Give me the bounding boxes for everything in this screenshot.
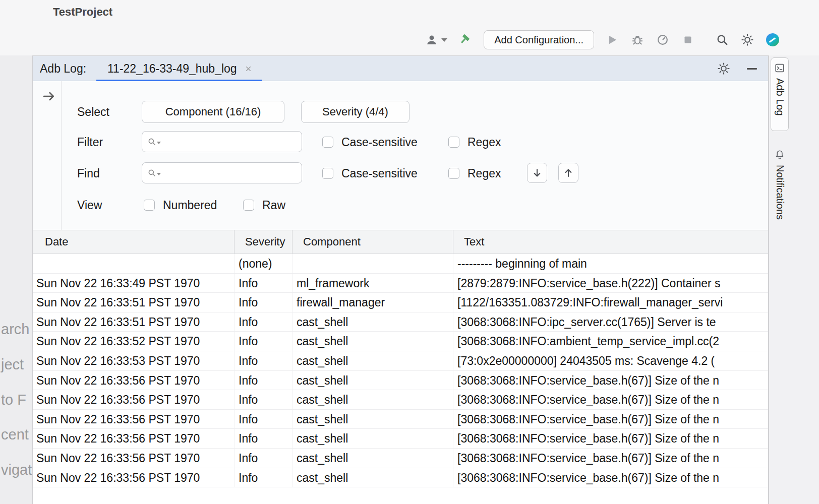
log-severity-cell: Info: [234, 410, 292, 429]
stop-icon[interactable]: [681, 33, 695, 47]
log-table-row[interactable]: Sun Nov 22 16:33:51 PST 1970 Info firewa…: [33, 293, 768, 312]
log-severity-cell: (none): [234, 254, 292, 273]
background-text-fragment: to F: [1, 392, 26, 408]
log-severity-cell: Info: [234, 390, 292, 409]
filter-search-box: [142, 131, 302, 152]
chevron-down-icon: [441, 38, 447, 42]
log-table-row[interactable]: Sun Nov 22 16:33:56 PST 1970 Info cast_s…: [33, 449, 768, 468]
log-table-row[interactable]: (none) --------- beginning of main: [33, 254, 768, 274]
log-table-row[interactable]: Sun Nov 22 16:33:56 PST 1970 Info cast_s…: [33, 390, 768, 410]
dock-tab-adb-log[interactable]: Adb Log: [771, 57, 789, 131]
log-table-row[interactable]: Sun Nov 22 16:33:52 PST 1970 Info cast_s…: [33, 332, 768, 351]
run-icon[interactable]: [605, 33, 619, 47]
log-severity-cell: Info: [234, 351, 292, 370]
log-component-cell: cast_shell: [292, 468, 453, 487]
settings-gear-icon[interactable]: [740, 33, 754, 47]
search-icon[interactable]: [147, 137, 161, 146]
search-everywhere-icon[interactable]: [715, 33, 729, 47]
header-actions: [717, 56, 759, 81]
filter-input[interactable]: [162, 136, 298, 148]
log-severity-cell: Info: [234, 449, 292, 468]
log-table-row[interactable]: Sun Nov 22 16:33:56 PST 1970 Info cast_s…: [33, 410, 768, 429]
find-case-sensitive-label[interactable]: Case-sensitive: [341, 167, 418, 180]
log-table-body: (none) --------- beginning of main Sun N…: [33, 254, 768, 504]
log-text-cell: [1122/163351.083729:INFO:firewall_manage…: [453, 293, 768, 312]
log-severity-cell: Info: [234, 468, 292, 487]
log-file-tab[interactable]: 11-22_16-33-49_hub_log: [96, 56, 262, 81]
add-configuration-button[interactable]: Add Configuration...: [484, 30, 594, 49]
log-date-cell: Sun Nov 22 16:33:51 PST 1970: [33, 312, 234, 332]
build-hammer-icon[interactable]: [458, 33, 473, 47]
log-table-row[interactable]: Sun Nov 22 16:33:49 PST 1970 Info ml_fra…: [33, 274, 768, 293]
log-component-cell: cast_shell: [292, 429, 453, 448]
log-severity-cell: Info: [234, 371, 292, 390]
background-text-fragment: cent: [1, 426, 29, 443]
log-table-row[interactable]: Sun Nov 22 16:33:51 PST 1970 Info cast_s…: [33, 312, 768, 332]
log-date-cell: Sun Nov 22 16:33:56 PST 1970: [33, 410, 234, 429]
view-numbered-checkbox[interactable]: [144, 200, 155, 211]
dock-tab-adb-log-label: Adb Log: [774, 78, 786, 116]
log-text-cell: [3068:3068:INFO:service_base.h(67)] Size…: [453, 371, 768, 390]
log-date-cell: Sun Nov 22 16:33:49 PST 1970: [33, 274, 234, 293]
find-previous-button[interactable]: [558, 163, 578, 183]
log-table-row[interactable]: Sun Nov 22 16:33:56 PST 1970 Info cast_s…: [33, 371, 768, 391]
log-table-row[interactable]: Sun Nov 22 16:33:56 PST 1970 Info cast_s…: [33, 429, 768, 449]
user-icon: [425, 33, 439, 47]
log-text-cell: [73:0x2e00000000] 24043505 ms: Scavenge …: [453, 351, 768, 370]
log-text-cell: [3068:3068:INFO:service_base.h(67)] Size…: [453, 449, 768, 468]
find-case-sensitive-checkbox[interactable]: [322, 168, 333, 179]
log-component-cell: ml_framework: [292, 274, 453, 293]
log-date-cell: Sun Nov 22 16:33:56 PST 1970: [33, 468, 234, 487]
tool-window-header: Adb Log: 11-22_16-33-49_hub_log: [33, 56, 768, 81]
log-text-cell: [3068:3068:INFO:service_base.h(67)] Size…: [453, 429, 768, 448]
find-regex-checkbox[interactable]: [448, 168, 459, 179]
component-filter-button[interactable]: Component (16/16): [142, 101, 284, 123]
expand-arrow-icon[interactable]: [42, 89, 56, 103]
minimize-icon[interactable]: [745, 61, 759, 76]
log-table-row[interactable]: Sun Nov 22 16:33:56 PST 1970 Info cast_s…: [33, 468, 768, 488]
window-title: TestProject: [53, 6, 112, 19]
user-profile-button[interactable]: [425, 33, 447, 47]
log-text-cell: [3068:3068:INFO:ambient_temp_service_imp…: [453, 332, 768, 351]
search-history-chevron-icon: [157, 173, 161, 175]
log-component-cell: [292, 254, 453, 273]
select-label: Select: [77, 105, 109, 118]
debug-bug-icon[interactable]: [630, 33, 645, 47]
dock-tab-notifications[interactable]: Notifications: [771, 147, 789, 220]
dock-tab-notifications-label: Notifications: [774, 165, 786, 220]
find-label: Find: [77, 167, 100, 180]
search-icon[interactable]: [147, 168, 161, 177]
severity-filter-button[interactable]: Severity (4/4): [301, 101, 410, 123]
panel-settings-gear-icon[interactable]: [717, 61, 731, 76]
log-component-cell: cast_shell: [292, 312, 453, 332]
search-history-chevron-icon: [157, 142, 161, 144]
log-text-cell: [3068:3068:INFO:service_base.h(67)] Size…: [453, 410, 768, 429]
view-raw-label[interactable]: Raw: [262, 199, 285, 212]
log-component-cell: cast_shell: [292, 351, 453, 370]
ide-logo-icon[interactable]: [766, 33, 780, 47]
log-table-row[interactable]: Sun Nov 22 16:33:53 PST 1970 Info cast_s…: [33, 351, 768, 371]
log-date-cell: Sun Nov 22 16:33:56 PST 1970: [33, 371, 234, 390]
adb-log-tool-window: Adb Log: 11-22_16-33-49_hub_log Select C…: [32, 55, 769, 504]
log-table: Date Severity Component Text (none) ----…: [33, 230, 768, 504]
filter-case-sensitive-label[interactable]: Case-sensitive: [341, 136, 418, 149]
filter-regex-label[interactable]: Regex: [467, 136, 501, 149]
view-raw-checkbox[interactable]: [243, 200, 254, 211]
log-component-cell: cast_shell: [292, 332, 453, 351]
find-regex-label[interactable]: Regex: [467, 167, 501, 180]
log-component-cell: cast_shell: [292, 371, 453, 390]
filter-label: Filter: [77, 136, 103, 149]
find-next-button[interactable]: [527, 163, 547, 183]
tab-close-icon[interactable]: [244, 64, 253, 73]
log-severity-cell: Info: [234, 312, 292, 332]
profiler-icon[interactable]: [656, 33, 670, 47]
log-severity-cell: Info: [234, 293, 292, 312]
view-numbered-label[interactable]: Numbered: [163, 199, 217, 212]
background-text-fragment: vigat: [1, 462, 32, 478]
log-text-cell: [3068:3068:INFO:ipc_server.cc(1765)] Ser…: [453, 312, 768, 332]
filter-case-sensitive-checkbox[interactable]: [322, 137, 333, 148]
background-text-fragment: ject: [1, 356, 24, 373]
filter-regex-checkbox[interactable]: [448, 137, 459, 148]
find-input[interactable]: [162, 167, 298, 179]
column-header-severity: Severity: [234, 230, 292, 254]
